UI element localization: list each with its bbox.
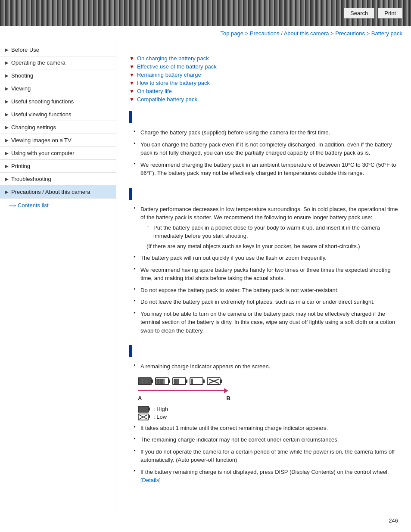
sidebar-label: Useful viewing functions <box>11 111 71 118</box>
bullet-item: A remaining charge indicator appears on … <box>134 362 398 371</box>
sidebar-label: Printing <box>11 163 30 169</box>
bullet-item: It takes about 1 minute until the correc… <box>134 424 398 432</box>
effective-bullets: Battery performance decreases in low tem… <box>129 205 398 335</box>
battery-icon-full <box>138 377 153 386</box>
arrow-icon: ▶ <box>5 125 9 130</box>
sidebar-item-shooting[interactable]: ▶ Shooting <box>0 69 116 82</box>
sidebar-item-tv[interactable]: ▶ Viewing images on a TV <box>0 134 116 147</box>
svg-rect-2 <box>139 379 150 384</box>
sidebar-item-operating[interactable]: ▶ Operating the camera <box>0 56 116 69</box>
toc-link-charging[interactable]: On charging the battery pack <box>137 55 209 62</box>
toc-link-remaining[interactable]: Remaining battery charge <box>137 72 201 78</box>
battery-icon-empty <box>207 377 222 386</box>
battery-icon-3q <box>155 377 171 386</box>
svg-rect-18 <box>220 380 222 383</box>
details-link[interactable]: [Details] <box>140 477 161 483</box>
arrow-icon: ▶ <box>5 60 9 65</box>
sidebar-item-viewing[interactable]: ▶ Viewing <box>0 82 116 95</box>
section-effective: Battery performance decreases in low tem… <box>129 188 398 335</box>
arrow-icon: ▶ <box>5 164 9 168</box>
breadcrumb-current: Battery pack <box>371 30 402 37</box>
toc-link-compatible[interactable]: Compatible battery pack <box>137 96 197 103</box>
arrow-icon: ▶ <box>5 47 9 52</box>
toc-link-life[interactable]: On battery life <box>137 88 172 94</box>
battery-label-b: B <box>227 395 230 401</box>
toc-list: ▼ On charging the battery pack ▼ Effecti… <box>129 55 398 103</box>
sidebar-item-computer[interactable]: ▶ Using with your computer <box>0 147 116 160</box>
svg-rect-16 <box>191 379 193 384</box>
svg-rect-22 <box>149 408 150 411</box>
sidebar-label: Using with your computer <box>11 150 75 156</box>
bullet-item: Battery performance decreases in low tem… <box>134 205 398 251</box>
bullet-item: We recommend charging the battery pack i… <box>134 161 398 177</box>
sidebar-item-printing[interactable]: ▶ Printing <box>0 160 116 173</box>
breadcrumb-precautions[interactable]: Precautions / About this camera <box>250 30 329 37</box>
bullet-item: Do not expose the battery pack to water.… <box>134 286 398 295</box>
toc-arrow-icon: ▼ <box>129 96 134 103</box>
bullet-item: If the battery remaining charge is not d… <box>134 468 398 485</box>
section-bar-icon <box>129 111 132 123</box>
breadcrumb: Top page > Precautions / About this came… <box>0 26 411 39</box>
arrow-icon: ▶ <box>5 177 9 181</box>
sidebar-item-useful-shooting[interactable]: ▶ Useful shooting functions <box>0 95 116 108</box>
arrow-icon: ▶ <box>5 86 9 91</box>
sidebar-item-useful-viewing[interactable]: ▶ Useful viewing functions <box>0 108 116 121</box>
arrow-icon: ▶ <box>5 138 9 143</box>
svg-rect-6 <box>168 380 170 383</box>
arrow-right-icon: ⟹ <box>9 202 16 208</box>
arrow-icon: ▶ <box>5 112 9 117</box>
sub-bullet-item: Put the battery pack in a pocket close t… <box>147 224 398 240</box>
sidebar-item-troubleshooting[interactable]: ▶ Troubleshooting <box>0 173 116 186</box>
breadcrumb-top[interactable]: Top page <box>221 30 244 37</box>
search-button[interactable]: Search <box>344 8 374 19</box>
sidebar-label: Troubleshooting <box>11 176 51 182</box>
toc-arrow-icon: ▼ <box>129 56 134 62</box>
toc-item: ▼ Effective use of the battery pack <box>129 63 398 70</box>
toc-arrow-icon: ▼ <box>129 88 134 94</box>
legend-low-label: : Low <box>153 414 167 420</box>
section-heading-effective <box>129 188 398 200</box>
toc-link-store[interactable]: How to store the battery pack <box>137 80 210 86</box>
battery-icons-row <box>138 377 398 386</box>
battery-arrow-line <box>138 390 224 391</box>
sidebar-label: Precautions / About this camera <box>11 189 90 195</box>
sub-sub-note: (If there are any metal objects such as … <box>140 242 398 251</box>
toc-item: ▼ Compatible battery pack <box>129 96 398 103</box>
arrow-icon: ▶ <box>5 99 9 104</box>
toc-link-effective[interactable]: Effective use of the battery pack <box>137 63 217 70</box>
battery-legend: : High : Low <box>138 406 398 420</box>
charging-bullets: Charge the battery pack (supplied) befor… <box>129 128 398 177</box>
legend-low-icon <box>138 414 151 420</box>
sidebar: ▶ Before Use ▶ Operating the camera ▶ Sh… <box>0 39 116 513</box>
bullet-item: You may not be able to turn on the camer… <box>134 310 398 335</box>
toc-item: ▼ On charging the battery pack <box>129 55 398 62</box>
content-area: ▼ On charging the battery pack ▼ Effecti… <box>116 39 411 513</box>
print-button[interactable]: Print <box>378 8 402 19</box>
bullet-item: If you do not operate the camera for a c… <box>134 448 398 464</box>
contents-list-link[interactable]: ⟹ Contents list <box>0 199 116 210</box>
battery-diagram: A B <box>138 377 398 401</box>
battery-labels: A B <box>138 395 230 401</box>
arrow-icon: ▶ <box>5 151 9 156</box>
sidebar-item-changing[interactable]: ▶ Changing settings <box>0 121 116 134</box>
sub-list: Put the battery pack in a pocket close t… <box>140 224 398 240</box>
sidebar-label: Viewing images on a TV <box>11 137 72 143</box>
sidebar-label: Changing settings <box>11 124 56 131</box>
battery-icon-low <box>190 377 205 386</box>
sidebar-label: Before Use <box>11 47 39 53</box>
sidebar-label: Operating the camera <box>11 59 65 66</box>
toc-arrow-icon: ▼ <box>129 80 134 86</box>
legend-high-icon <box>138 406 151 413</box>
svg-rect-15 <box>203 380 205 383</box>
breadcrumb-precautions2[interactable]: Precautions <box>335 30 365 37</box>
sidebar-item-precautions[interactable]: ▶ Precautions / About this camera <box>0 186 116 199</box>
toc-arrow-icon: ▼ <box>129 72 134 78</box>
svg-rect-1 <box>151 380 153 383</box>
section-bar-icon <box>129 188 132 200</box>
arrow-icon: ▶ <box>5 190 9 194</box>
divider <box>129 48 398 48</box>
legend-low: : Low <box>138 414 398 420</box>
arrow-icon: ▶ <box>5 73 9 78</box>
toc-item: ▼ Remaining battery charge <box>129 72 398 78</box>
sidebar-item-before-use[interactable]: ▶ Before Use <box>0 44 116 56</box>
